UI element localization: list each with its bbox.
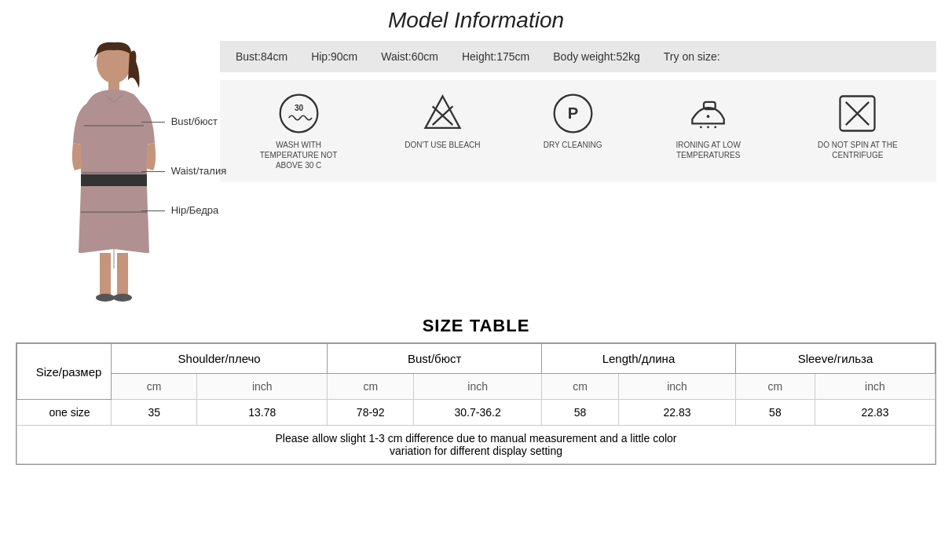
svg-rect-4 bbox=[100, 253, 111, 296]
waist-measurement: Waist:60cm bbox=[381, 50, 438, 63]
size-table-title: SIZE TABLE bbox=[16, 316, 936, 336]
hip-measurement: Hip:90cm bbox=[311, 50, 357, 63]
care-icon-dry-cleaning: P DRY CLEANING bbox=[544, 92, 602, 150]
col-header-sleeve: Sleeve/гильза bbox=[735, 344, 935, 374]
waist-label: Waist/талия bbox=[141, 165, 226, 177]
care-icon-no-bleach: DON'T USE BLEACH bbox=[405, 92, 480, 150]
bust-label: Bust/бюст bbox=[141, 115, 218, 127]
cell-length-inch: 22.83 bbox=[619, 400, 736, 426]
svg-rect-5 bbox=[117, 253, 128, 296]
svg-point-20 bbox=[707, 126, 709, 129]
subh-bust-cm: cm bbox=[328, 374, 414, 400]
col-header-length: Length/длина bbox=[541, 344, 735, 374]
cell-shoulder-cm: 35 bbox=[112, 400, 197, 426]
table-subheader-row: cm inch cm inch cm inch cm inch bbox=[17, 374, 936, 400]
subh-bust-inch: inch bbox=[414, 374, 542, 400]
page-container: Model Information bbox=[0, 0, 952, 473]
svg-point-22 bbox=[707, 115, 710, 118]
care-icon-iron-low: IRONING AT LOW TEMPERATURES bbox=[665, 92, 752, 160]
subh-sleeve-inch: inch bbox=[815, 374, 935, 400]
subh-length-inch: inch bbox=[619, 374, 736, 400]
col-header-shoulder: Shoulder/плечо bbox=[112, 344, 328, 374]
care-icon-wash: 30 WASH WITH TEMPERATURE NOT ABOVE 30 C bbox=[255, 92, 342, 170]
page-title: Model Information bbox=[16, 8, 936, 33]
wash-label: WASH WITH TEMPERATURE NOT ABOVE 30 C bbox=[255, 140, 342, 170]
hip-label: Hip/Бедра bbox=[141, 204, 218, 216]
dry-cleaning-icon: P bbox=[551, 92, 595, 135]
note-cell: Please allow slight 1-3 cm difference du… bbox=[17, 426, 936, 464]
model-image-area: Bust/бюст Waist/талия Hip/Бедра bbox=[16, 41, 212, 308]
note-row: Please allow slight 1-3 cm difference du… bbox=[17, 426, 936, 464]
try-on-size: Try on size: bbox=[664, 50, 720, 63]
care-icons-area: 30 WASH WITH TEMPERATURE NOT ABOVE 30 C … bbox=[220, 80, 936, 182]
svg-point-6 bbox=[96, 294, 115, 302]
model-figure: Bust/бюст Waist/талия Hip/Бедра bbox=[51, 41, 177, 308]
no-spin-label: DO NOT SPIN AT THE CENTRIFUGE bbox=[815, 140, 901, 160]
subh-sleeve-cm: cm bbox=[735, 374, 815, 400]
size-table-section: SIZE TABLE Size/размер Shoulder/плечо Bu… bbox=[16, 316, 936, 465]
svg-text:P: P bbox=[567, 104, 577, 122]
cell-sleeve-cm: 58 bbox=[735, 400, 815, 426]
svg-rect-2 bbox=[81, 174, 147, 187]
table-header-row: Size/размер Shoulder/плечо Bust/бюст Len… bbox=[17, 344, 936, 374]
dry-cleaning-label: DRY CLEANING bbox=[544, 140, 602, 150]
table-row: one size 35 13.78 78-92 30.7-36.2 58 22.… bbox=[17, 400, 936, 426]
size-table: Size/размер Shoulder/плечо Bust/бюст Len… bbox=[16, 343, 936, 464]
svg-point-7 bbox=[113, 294, 132, 302]
svg-point-19 bbox=[700, 126, 702, 129]
top-section: Bust/бюст Waist/талия Hip/Бедра Bust:84c… bbox=[16, 41, 936, 308]
subh-length-cm: cm bbox=[541, 374, 618, 400]
cell-bust-cm: 78-92 bbox=[328, 400, 414, 426]
cell-length-cm: 58 bbox=[541, 400, 618, 426]
measurements-bar: Bust:84cm Hip:90cm Waist:60cm Height:175… bbox=[220, 41, 936, 72]
bust-measurement: Bust:84cm bbox=[236, 50, 287, 63]
iron-low-icon bbox=[687, 92, 730, 135]
iron-low-label: IRONING AT LOW TEMPERATURES bbox=[665, 140, 752, 160]
care-icon-no-spin: DO NOT SPIN AT THE CENTRIFUGE bbox=[815, 92, 901, 160]
cell-shoulder-inch: 13.78 bbox=[197, 400, 328, 426]
svg-marker-13 bbox=[425, 97, 460, 128]
cell-sleeve-inch: 22.83 bbox=[815, 400, 935, 426]
col-header-bust: Bust/бюст bbox=[328, 344, 542, 374]
svg-point-21 bbox=[714, 126, 716, 129]
subh-shoulder-inch: inch bbox=[197, 374, 328, 400]
svg-point-11 bbox=[280, 95, 317, 133]
no-bleach-icon bbox=[421, 92, 464, 135]
no-spin-icon bbox=[836, 92, 879, 135]
cell-bust-inch: 30.7-36.2 bbox=[414, 400, 542, 426]
wash-icon: 30 bbox=[277, 92, 320, 135]
svg-text:30: 30 bbox=[295, 104, 304, 112]
weight-measurement: Body weight:52kg bbox=[553, 50, 640, 63]
cell-size: one size bbox=[17, 400, 112, 426]
right-info: Bust:84cm Hip:90cm Waist:60cm Height:175… bbox=[220, 41, 936, 182]
col-header-size: Size/размер bbox=[17, 344, 112, 400]
height-measurement: Height:175cm bbox=[462, 50, 529, 63]
no-bleach-label: DON'T USE BLEACH bbox=[405, 140, 480, 150]
subh-shoulder-cm: cm bbox=[112, 374, 197, 400]
size-table-wrapper: Size/размер Shoulder/плечо Bust/бюст Len… bbox=[16, 342, 936, 465]
